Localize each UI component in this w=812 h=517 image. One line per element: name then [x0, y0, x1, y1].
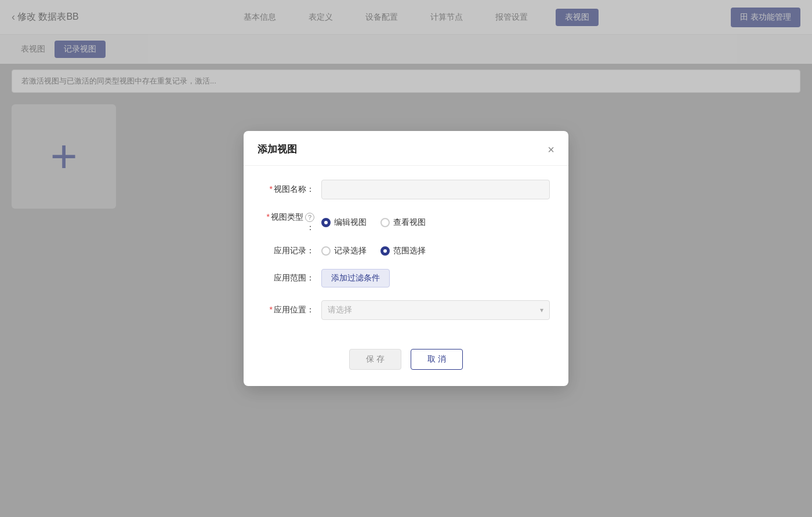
apply-record-range-radio [380, 246, 390, 256]
add-filter-button[interactable]: 添加过滤条件 [321, 269, 390, 287]
form-row-apply-scope: 应用范围： 添加过滤条件 [262, 269, 550, 287]
modal-overlay: 添加视图 × *视图名称： *视图类型?： [0, 0, 812, 517]
add-view-modal: 添加视图 × *视图名称： *视图类型?： [244, 131, 568, 386]
view-type-read-radio [380, 218, 390, 227]
apply-record-radio-group: 记录选择 范围选择 [321, 246, 550, 256]
form-row-apply-record: 应用记录： 记录选择 范围选择 [262, 246, 550, 256]
save-button[interactable]: 保 存 [349, 349, 401, 370]
apply-position-select[interactable]: 请选择 ▾ [321, 300, 550, 320]
modal-header: 添加视图 × [244, 131, 568, 166]
view-type-label: *视图类型?： [262, 212, 314, 233]
apply-scope-label: 应用范围： [262, 273, 314, 283]
view-name-input[interactable] [321, 180, 550, 199]
apply-position-placeholder: 请选择 [328, 305, 352, 315]
apply-record-select-label: 记录选择 [334, 246, 367, 256]
modal-close-button[interactable]: × [548, 144, 554, 155]
apply-position-label: *应用位置： [262, 305, 314, 315]
view-name-content [321, 180, 550, 199]
apply-record-range-label: 范围选择 [393, 246, 426, 256]
modal-footer: 保 存 取 消 [244, 344, 568, 386]
view-type-edit-radio [321, 218, 331, 227]
view-name-label: *视图名称： [262, 184, 314, 195]
apply-position-content: 请选择 ▾ [321, 300, 550, 320]
modal-body: *视图名称： *视图类型?： 编辑视图 [244, 166, 568, 344]
cancel-button[interactable]: 取 消 [411, 349, 463, 370]
view-type-read-option[interactable]: 查看视图 [380, 217, 426, 228]
apply-record-label: 应用记录： [262, 246, 314, 256]
apply-scope-content: 添加过滤条件 [321, 269, 550, 287]
apply-record-range-option[interactable]: 范围选择 [380, 246, 426, 256]
modal-title: 添加视图 [258, 143, 297, 156]
apply-record-select-option[interactable]: 记录选择 [321, 246, 367, 256]
form-row-view-type: *视图类型?： 编辑视图 查看视图 [262, 212, 550, 233]
view-type-read-label: 查看视图 [393, 217, 426, 228]
view-type-content: 编辑视图 查看视图 [321, 217, 550, 228]
view-type-edit-option[interactable]: 编辑视图 [321, 217, 367, 228]
apply-record-select-radio [321, 246, 331, 256]
view-type-radio-group: 编辑视图 查看视图 [321, 217, 550, 228]
view-type-edit-label: 编辑视图 [334, 217, 367, 228]
apply-record-content: 记录选择 范围选择 [321, 246, 550, 256]
view-type-hint-icon[interactable]: ? [305, 213, 314, 222]
form-row-apply-position: *应用位置： 请选择 ▾ [262, 300, 550, 320]
form-row-view-name: *视图名称： [262, 180, 550, 199]
chevron-down-icon: ▾ [540, 306, 543, 314]
